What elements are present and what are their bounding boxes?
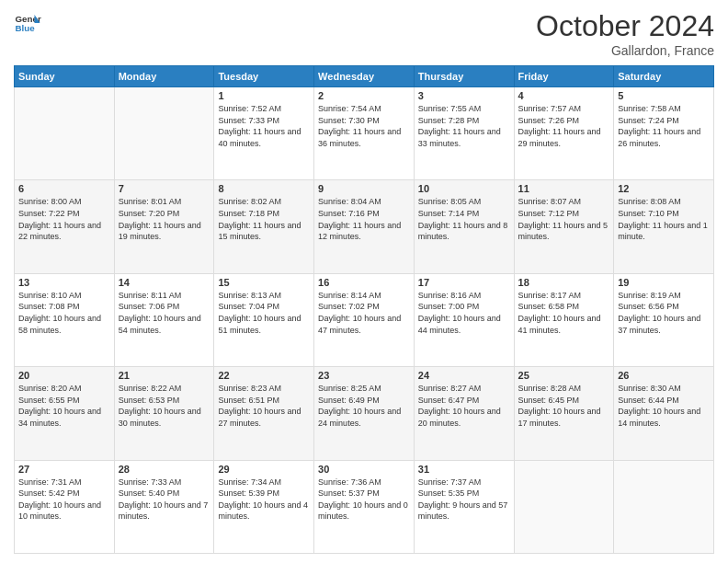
title-block: October 2024 Gallardon, France <box>536 9 714 58</box>
day-number: 14 <box>119 277 210 288</box>
calendar-cell: 21Sunrise: 8:22 AMSunset: 6:53 PMDayligh… <box>114 367 214 460</box>
calendar-cell: 4Sunrise: 7:57 AMSunset: 7:26 PMDaylight… <box>514 87 614 180</box>
calendar-table: SundayMondayTuesdayWednesdayThursdayFrid… <box>14 65 714 554</box>
cell-info: Sunrise: 7:36 AMSunset: 5:37 PMDaylight:… <box>318 477 410 523</box>
cell-info: Sunrise: 8:04 AMSunset: 7:16 PMDaylight:… <box>318 196 410 242</box>
day-number: 21 <box>119 370 210 381</box>
col-header-tuesday: Tuesday <box>214 66 314 87</box>
cell-info: Sunrise: 8:20 AMSunset: 6:55 PMDaylight:… <box>18 383 110 429</box>
calendar-week-4: 20Sunrise: 8:20 AMSunset: 6:55 PMDayligh… <box>15 367 714 460</box>
calendar-week-2: 6Sunrise: 8:00 AMSunset: 7:22 PMDaylight… <box>15 180 714 273</box>
logo: General Blue <box>14 9 41 37</box>
svg-text:Blue: Blue <box>16 23 36 33</box>
col-header-thursday: Thursday <box>414 66 514 87</box>
page: General Blue October 2024 Gallardon, Fra… <box>0 0 728 563</box>
day-number: 12 <box>618 183 710 194</box>
calendar-cell: 14Sunrise: 8:11 AMSunset: 7:06 PMDayligh… <box>114 273 214 366</box>
calendar-cell: 31Sunrise: 7:37 AMSunset: 5:35 PMDayligh… <box>414 460 514 553</box>
calendar-cell <box>514 460 614 553</box>
cell-info: Sunrise: 8:02 AMSunset: 7:18 PMDaylight:… <box>218 196 310 242</box>
day-number: 15 <box>218 277 310 288</box>
cell-info: Sunrise: 7:37 AMSunset: 5:35 PMDaylight:… <box>418 477 510 523</box>
calendar-cell: 18Sunrise: 8:17 AMSunset: 6:58 PMDayligh… <box>514 273 614 366</box>
day-number: 17 <box>418 277 510 288</box>
day-number: 19 <box>618 277 710 288</box>
calendar-cell: 19Sunrise: 8:19 AMSunset: 6:56 PMDayligh… <box>614 273 714 366</box>
calendar-cell <box>15 87 115 180</box>
day-number: 2 <box>318 90 410 101</box>
col-header-saturday: Saturday <box>614 66 714 87</box>
cell-info: Sunrise: 8:13 AMSunset: 7:04 PMDaylight:… <box>218 290 310 336</box>
day-number: 6 <box>18 183 110 194</box>
cell-info: Sunrise: 7:54 AMSunset: 7:30 PMDaylight:… <box>318 103 410 149</box>
cell-info: Sunrise: 7:52 AMSunset: 7:33 PMDaylight:… <box>218 103 310 149</box>
calendar-cell: 7Sunrise: 8:01 AMSunset: 7:20 PMDaylight… <box>114 180 214 273</box>
location: Gallardon, France <box>536 43 714 58</box>
day-number: 11 <box>518 183 610 194</box>
col-header-monday: Monday <box>114 66 214 87</box>
day-number: 26 <box>618 370 710 381</box>
day-number: 31 <box>418 464 510 475</box>
calendar-cell: 1Sunrise: 7:52 AMSunset: 7:33 PMDaylight… <box>214 87 314 180</box>
calendar-cell: 6Sunrise: 8:00 AMSunset: 7:22 PMDaylight… <box>15 180 115 273</box>
cell-info: Sunrise: 8:05 AMSunset: 7:14 PMDaylight:… <box>418 196 510 242</box>
day-number: 8 <box>218 183 310 194</box>
cell-info: Sunrise: 8:10 AMSunset: 7:08 PMDaylight:… <box>18 290 110 336</box>
day-number: 29 <box>218 464 310 475</box>
calendar-cell: 24Sunrise: 8:27 AMSunset: 6:47 PMDayligh… <box>414 367 514 460</box>
calendar-week-5: 27Sunrise: 7:31 AMSunset: 5:42 PMDayligh… <box>15 460 714 553</box>
month-title: October 2024 <box>536 9 714 43</box>
day-number: 9 <box>318 183 410 194</box>
calendar-cell: 5Sunrise: 7:58 AMSunset: 7:24 PMDaylight… <box>614 87 714 180</box>
calendar-cell: 27Sunrise: 7:31 AMSunset: 5:42 PMDayligh… <box>15 460 115 553</box>
cell-info: Sunrise: 8:19 AMSunset: 6:56 PMDaylight:… <box>618 290 710 336</box>
calendar-cell: 9Sunrise: 8:04 AMSunset: 7:16 PMDaylight… <box>314 180 415 273</box>
calendar-cell: 13Sunrise: 8:10 AMSunset: 7:08 PMDayligh… <box>15 273 115 366</box>
cell-info: Sunrise: 8:11 AMSunset: 7:06 PMDaylight:… <box>119 290 210 336</box>
cell-info: Sunrise: 8:14 AMSunset: 7:02 PMDaylight:… <box>318 290 410 336</box>
calendar-cell: 17Sunrise: 8:16 AMSunset: 7:00 PMDayligh… <box>414 273 514 366</box>
day-number: 28 <box>119 464 210 475</box>
day-number: 27 <box>18 464 110 475</box>
day-number: 13 <box>18 277 110 288</box>
calendar-cell: 22Sunrise: 8:23 AMSunset: 6:51 PMDayligh… <box>214 367 314 460</box>
cell-info: Sunrise: 8:17 AMSunset: 6:58 PMDaylight:… <box>518 290 610 336</box>
cell-info: Sunrise: 7:57 AMSunset: 7:26 PMDaylight:… <box>518 103 610 149</box>
calendar-cell: 26Sunrise: 8:30 AMSunset: 6:44 PMDayligh… <box>614 367 714 460</box>
cell-info: Sunrise: 7:33 AMSunset: 5:40 PMDaylight:… <box>119 477 210 523</box>
cell-info: Sunrise: 8:28 AMSunset: 6:45 PMDaylight:… <box>518 383 610 429</box>
calendar-cell: 8Sunrise: 8:02 AMSunset: 7:18 PMDaylight… <box>214 180 314 273</box>
calendar-cell: 15Sunrise: 8:13 AMSunset: 7:04 PMDayligh… <box>214 273 314 366</box>
calendar-cell: 29Sunrise: 7:34 AMSunset: 5:39 PMDayligh… <box>214 460 314 553</box>
day-number: 23 <box>318 370 410 381</box>
cell-info: Sunrise: 8:16 AMSunset: 7:00 PMDaylight:… <box>418 290 510 336</box>
calendar-cell: 16Sunrise: 8:14 AMSunset: 7:02 PMDayligh… <box>314 273 415 366</box>
day-number: 25 <box>518 370 610 381</box>
calendar-cell: 28Sunrise: 7:33 AMSunset: 5:40 PMDayligh… <box>114 460 214 553</box>
calendar-header-row: SundayMondayTuesdayWednesdayThursdayFrid… <box>15 66 714 87</box>
calendar-cell: 20Sunrise: 8:20 AMSunset: 6:55 PMDayligh… <box>15 367 115 460</box>
calendar-cell <box>614 460 714 553</box>
day-number: 3 <box>418 90 510 101</box>
cell-info: Sunrise: 8:08 AMSunset: 7:10 PMDaylight:… <box>618 196 710 242</box>
day-number: 10 <box>418 183 510 194</box>
day-number: 1 <box>218 90 310 101</box>
calendar-cell: 2Sunrise: 7:54 AMSunset: 7:30 PMDaylight… <box>314 87 415 180</box>
col-header-friday: Friday <box>514 66 614 87</box>
cell-info: Sunrise: 8:07 AMSunset: 7:12 PMDaylight:… <box>518 196 610 242</box>
cell-info: Sunrise: 8:00 AMSunset: 7:22 PMDaylight:… <box>18 196 110 242</box>
cell-info: Sunrise: 7:34 AMSunset: 5:39 PMDaylight:… <box>218 477 310 523</box>
cell-info: Sunrise: 8:01 AMSunset: 7:20 PMDaylight:… <box>119 196 210 242</box>
calendar-cell: 23Sunrise: 8:25 AMSunset: 6:49 PMDayligh… <box>314 367 415 460</box>
day-number: 7 <box>119 183 210 194</box>
calendar-cell: 10Sunrise: 8:05 AMSunset: 7:14 PMDayligh… <box>414 180 514 273</box>
col-header-sunday: Sunday <box>15 66 115 87</box>
day-number: 5 <box>618 90 710 101</box>
day-number: 22 <box>218 370 310 381</box>
cell-info: Sunrise: 7:58 AMSunset: 7:24 PMDaylight:… <box>618 103 710 149</box>
calendar-cell: 30Sunrise: 7:36 AMSunset: 5:37 PMDayligh… <box>314 460 415 553</box>
day-number: 16 <box>318 277 410 288</box>
calendar-cell: 3Sunrise: 7:55 AMSunset: 7:28 PMDaylight… <box>414 87 514 180</box>
calendar-cell: 11Sunrise: 8:07 AMSunset: 7:12 PMDayligh… <box>514 180 614 273</box>
calendar-cell: 12Sunrise: 8:08 AMSunset: 7:10 PMDayligh… <box>614 180 714 273</box>
